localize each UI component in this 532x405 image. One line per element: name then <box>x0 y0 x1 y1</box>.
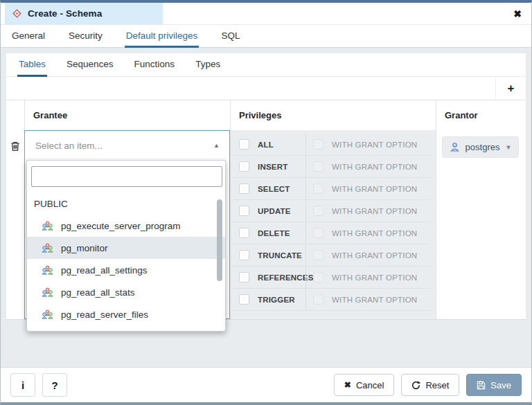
grantee-placeholder: Select an item... <box>35 141 103 151</box>
grantor-value: postgres <box>466 142 500 152</box>
delete-row-button[interactable] <box>10 141 20 153</box>
subtab-label: Types <box>195 59 220 69</box>
dropdown-search-input[interactable] <box>31 166 222 187</box>
dropdown-scrollbar-thumb[interactable] <box>217 199 222 281</box>
privilege-option-row: TRUNCATE WITH GRANT OPTION <box>232 244 430 267</box>
privilege-option-row: REFERENCES WITH GRANT OPTION <box>232 267 430 289</box>
privilege-option-row: TRIGGER WITH GRANT OPTION <box>232 289 430 311</box>
grantor-cell: postgres ▼ <box>436 130 526 319</box>
privilege-checkbox-insert[interactable] <box>239 161 249 172</box>
sql-info-button[interactable]: i <box>10 373 35 397</box>
subtab-label: Sequences <box>66 59 114 69</box>
dropdown-item-pg-execute-server-program[interactable]: pg_execute_server_program <box>27 215 225 237</box>
dropdown-item-pg-read-all-stats[interactable]: pg_read_all_stats <box>27 281 225 303</box>
grant-option-label: WITH GRANT OPTION <box>332 273 417 282</box>
role-group-icon <box>41 264 54 276</box>
dropdown-item-public[interactable]: PUBLIC <box>27 192 225 215</box>
content-area: Tables Sequences Functions Types + Grant… <box>1 48 531 367</box>
user-icon <box>450 142 460 152</box>
caret-down-icon: ▼ <box>505 144 511 151</box>
dialog-tabbar: General Security Default privileges SQL <box>1 24 531 48</box>
privilege-option-row: UPDATE WITH GRANT OPTION <box>232 200 430 222</box>
cancel-label: Cancel <box>356 380 384 390</box>
privileges-cell: ALL WITH GRANT OPTION INSERT WITH GRANT … <box>230 130 436 319</box>
dropdown-item-label: pg_read_all_stats <box>61 287 135 298</box>
tab-label: SQL <box>221 30 240 41</box>
role-group-icon <box>41 309 54 320</box>
privilege-label: TRUNCATE <box>258 251 302 260</box>
privilege-checkbox-references[interactable] <box>239 272 249 282</box>
privilege-label: INSERT <box>258 163 287 171</box>
reset-button[interactable]: Reset <box>401 374 459 396</box>
privilege-label: TRIGGER <box>258 296 295 304</box>
save-floppy-icon <box>477 381 486 390</box>
tab-sql[interactable]: SQL <box>220 25 241 48</box>
privilege-row: Select an item... ▲ PUBLIC <box>6 130 526 319</box>
privilege-option-row: INSERT WITH GRANT OPTION <box>232 156 430 178</box>
grantee-column-header: Grantee <box>24 100 230 130</box>
grant-option-checkbox[interactable] <box>313 294 323 305</box>
privilege-option-row: DELETE WITH GRANT OPTION <box>232 222 430 244</box>
tab-label: Security <box>69 30 103 41</box>
privilege-label: UPDATE <box>258 207 291 215</box>
grant-option-checkbox[interactable] <box>313 250 323 260</box>
grant-option-label: WITH GRANT OPTION <box>332 141 417 149</box>
dialog-footer: i ? ✖ Cancel Reset <box>1 367 531 402</box>
subtab-sequences[interactable]: Sequences <box>65 53 115 77</box>
privilege-label: ALL <box>258 141 274 149</box>
privilege-checkbox-update[interactable] <box>239 206 249 216</box>
close-icon[interactable]: ✖ <box>513 9 522 19</box>
dropdown-item-label: pg_execute_server_program <box>61 221 181 231</box>
grant-option-checkbox[interactable] <box>313 228 323 238</box>
create-schema-dialog: Create - Schema ✖ General Security Defau… <box>0 0 532 405</box>
privilege-checkbox-select[interactable] <box>239 183 249 194</box>
role-group-icon <box>41 287 54 298</box>
dropdown-item-pg-read-all-settings[interactable]: pg_read_all_settings <box>27 259 225 281</box>
privilege-checkbox-trigger[interactable] <box>239 294 249 305</box>
default-privileges-panel: Tables Sequences Functions Types + Grant… <box>6 53 526 320</box>
trash-icon <box>10 141 20 152</box>
reset-label: Reset <box>425 380 449 390</box>
delete-column-header <box>6 100 24 130</box>
cancel-button[interactable]: ✖ Cancel <box>334 374 395 396</box>
subtab-functions[interactable]: Functions <box>133 53 177 77</box>
grid-toolbar: + <box>6 77 526 100</box>
dropdown-item-label: pg_read_server_files <box>61 309 148 320</box>
grant-option-checkbox[interactable] <box>313 206 323 216</box>
object-type-tabbar: Tables Sequences Functions Types <box>6 53 526 77</box>
dropdown-item-label: pg_monitor <box>61 243 108 253</box>
add-row-button[interactable]: + <box>495 77 526 100</box>
role-group-icon <box>41 242 54 253</box>
dropdown-item-pg-monitor[interactable]: pg_monitor <box>27 237 225 259</box>
grant-option-label: WITH GRANT OPTION <box>332 296 417 304</box>
dialog-title: Create - Schema <box>28 8 102 19</box>
save-button[interactable]: Save <box>466 374 522 396</box>
grant-option-label: WITH GRANT OPTION <box>332 207 417 215</box>
grantor-column-header: Grantor <box>436 100 526 130</box>
privilege-checkbox-all[interactable] <box>239 139 249 150</box>
grantor-select[interactable]: postgres ▼ <box>442 136 519 158</box>
grant-option-checkbox[interactable] <box>313 272 323 282</box>
cancel-x-icon: ✖ <box>344 380 351 390</box>
help-button[interactable]: ? <box>42 373 67 397</box>
caret-up-icon: ▲ <box>213 142 220 149</box>
grant-option-checkbox[interactable] <box>313 139 323 150</box>
tab-security[interactable]: Security <box>67 25 104 48</box>
tab-general[interactable]: General <box>10 25 46 48</box>
grant-option-checkbox[interactable] <box>313 161 323 172</box>
privilege-option-row: ALL WITH GRANT OPTION <box>232 134 430 156</box>
subtab-types[interactable]: Types <box>194 53 222 77</box>
grant-option-label: WITH GRANT OPTION <box>332 229 417 237</box>
tab-default-privileges[interactable]: Default privileges <box>125 25 200 48</box>
subtab-label: Tables <box>19 59 46 69</box>
privileges-column-header: Privileges <box>230 100 436 130</box>
grantee-cell: Select an item... ▲ PUBLIC <box>24 130 230 319</box>
privilege-checkbox-delete[interactable] <box>239 228 249 238</box>
privilege-checkbox-truncate[interactable] <box>239 250 249 260</box>
subtab-tables[interactable]: Tables <box>17 53 47 77</box>
dropdown-item-pg-read-server-files[interactable]: pg_read_server_files <box>27 303 225 325</box>
grant-option-label: WITH GRANT OPTION <box>332 185 417 193</box>
grant-option-checkbox[interactable] <box>313 183 323 194</box>
title-chip: Create - Schema <box>5 3 163 24</box>
grantee-select[interactable]: Select an item... ▲ <box>25 131 229 160</box>
